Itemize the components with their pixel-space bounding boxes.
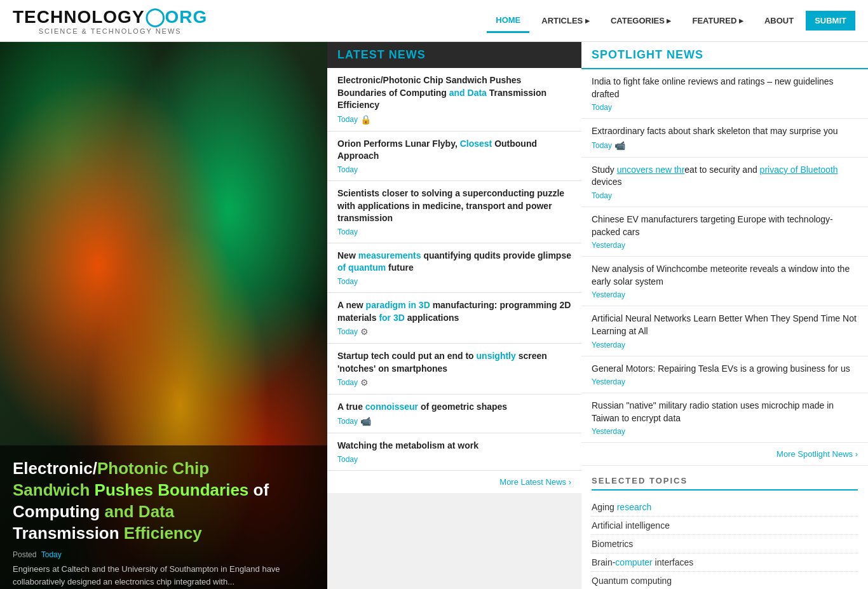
list-item[interactable]: Orion Performs Lunar Flyby, Closest Outb… [327,132,581,181]
main-content: Electronic/Photonic ChipSandwich Pushes … [0,42,868,589]
list-item[interactable]: Watching the metabolism at work Today [327,433,581,471]
spotlight-item-title: New analysis of Winchcombe meteorite rev… [592,263,858,288]
spotlight-header: SPOTLIGHT NEWS [581,42,868,69]
header: TECHNOLOGY◯ORG SCIENCE & TECHNOLOGY NEWS… [0,0,868,42]
nav-submit[interactable]: SUBMIT [806,11,855,30]
list-item[interactable]: Chinese EV manufacturers targeting Europ… [581,207,868,257]
logo-subtitle: SCIENCE & TECHNOLOGY NEWS [13,27,207,35]
spotlight-item-title: Study uncovers new threat to security an… [592,164,858,189]
news-item-title: Scientists closer to solving a supercond… [337,187,571,225]
list-item[interactable]: A true connoisseur of geometric shapes T… [327,395,581,433]
list-item[interactable]: Scientists closer to solving a supercond… [327,181,581,243]
hero-meta: Posted Today [13,550,315,559]
spotlight-item-title: Extraordinary facts about shark skeleton… [592,125,858,138]
hero-description: Engineers at Caltech and the University … [13,563,315,588]
video-icon: 📹 [360,416,371,426]
hero-section: Electronic/Photonic ChipSandwich Pushes … [0,42,327,589]
news-item-title: Startup tech could put an end to unsight… [337,350,571,375]
news-item-meta: Today [337,227,571,236]
video-icon: 📹 [614,140,625,151]
hero-overlay: Electronic/Photonic ChipSandwich Pushes … [0,445,327,589]
spotlight-section: SPOTLIGHT NEWS India to fight fake onlin… [581,42,868,589]
latest-news-section: LATEST NEWS Electronic/Photonic Chip San… [327,42,581,589]
topic-quantum-computing[interactable]: Quantum computing [592,572,858,589]
topic-biometrics[interactable]: Biometrics [592,535,858,553]
latest-news-header: LATEST NEWS [327,42,581,68]
list-item[interactable]: Electronic/Photonic Chip Sandwich Pushes… [327,68,581,132]
spotlight-item-meta: Yesterday [592,341,858,349]
latest-news-title: LATEST NEWS [337,48,571,62]
hero-title: Electronic/Photonic ChipSandwich Pushes … [13,458,315,544]
list-item[interactable]: General Motors: Repairing Tesla EVs is a… [581,356,868,394]
list-item[interactable]: India to fight fake online reviews and r… [581,69,868,119]
hero-date-link[interactable]: Today [41,550,62,559]
spotlight-item-meta: Today 📹 [592,140,858,151]
news-item-meta: Today ⚙ [337,377,571,388]
nav-featured[interactable]: FEATURED ▸ [684,10,752,32]
news-item-meta: Today 📹 [337,416,571,426]
topic-artificial-intelligence[interactable]: Artificial intelligence [592,517,858,535]
topic-brain-computer[interactable]: Brain-computer interfaces [592,553,858,572]
list-item[interactable]: A new paradigm in 3D manufacturing: prog… [327,293,581,344]
spotlight-item-title: General Motors: Repairing Tesla EVs is a… [592,363,858,376]
logo-org: ◯ORG [145,7,208,27]
news-item-title: Electronic/Photonic Chip Sandwich Pushes… [337,74,571,112]
news-item-title: Orion Performs Lunar Flyby, Closest Outb… [337,138,571,163]
list-item[interactable]: Russian "native" military radio station … [581,393,868,443]
selected-topics-section: SELECTED TOPICS Aging research Artificia… [581,466,868,589]
more-spotlight-link[interactable]: More Spotlight News › [581,443,868,466]
spotlight-item-title: Chinese EV manufacturers targeting Europ… [592,213,858,238]
spotlight-item-meta: Yesterday [592,377,858,386]
list-item[interactable]: Extraordinary facts about shark skeleton… [581,119,868,158]
spotlight-item-meta: Yesterday [592,427,858,436]
nav-articles[interactable]: ARTICLES ▸ [532,10,599,32]
news-item-title: A true connoisseur of geometric shapes [337,401,571,414]
list-item[interactable]: Study uncovers new threat to security an… [581,158,868,207]
spotlight-item-title: India to fight fake online reviews and r… [592,76,858,100]
list-item[interactable]: New measurements quantifying qudits prov… [327,243,581,293]
news-item-title: A new paradigm in 3D manufacturing: prog… [337,299,571,324]
news-item-meta: Today [337,455,571,464]
spotlight-title: SPOTLIGHT NEWS [592,48,858,62]
news-item-title: Watching the metabolism at work [337,440,571,452]
spotlight-item-meta: Today [592,103,858,112]
news-item-meta: Today ⚙ [337,327,571,337]
logo-title[interactable]: TECHNOLOGY◯ORG [13,6,207,27]
topic-aging-research[interactable]: Aging research [592,498,858,517]
settings-icon: ⚙ [360,377,369,388]
more-latest-link[interactable]: More Latest News › [327,471,581,493]
list-item[interactable]: Artificial Neural Networks Learn Better … [581,306,868,356]
spotlight-item-meta: Yesterday [592,290,858,299]
spotlight-item-meta: Yesterday [592,241,858,250]
nav-home[interactable]: HOME [487,9,529,33]
spotlight-item-meta: Today [592,191,858,200]
news-item-title: New measurements quantifying qudits prov… [337,250,571,274]
nav-about[interactable]: ABOUT [756,10,803,32]
logo: TECHNOLOGY◯ORG SCIENCE & TECHNOLOGY NEWS [13,6,207,35]
news-item-meta: Today [337,165,571,174]
nav-categories[interactable]: CATEGORIES ▸ [602,10,681,32]
list-item[interactable]: New analysis of Winchcombe meteorite rev… [581,257,868,306]
selected-topics-header: SELECTED TOPICS [592,476,858,491]
news-item-meta: Today 🔒 [337,114,571,125]
spotlight-item-title: Artificial Neural Networks Learn Better … [592,313,858,337]
main-nav: HOME ARTICLES ▸ CATEGORIES ▸ FEATURED ▸ … [487,9,855,33]
spotlight-item-title: Russian "native" military radio station … [592,400,858,424]
lock-icon: 🔒 [360,114,371,125]
news-item-meta: Today [337,277,571,286]
settings-icon: ⚙ [360,327,369,337]
list-item[interactable]: Startup tech could put an end to unsight… [327,344,581,395]
